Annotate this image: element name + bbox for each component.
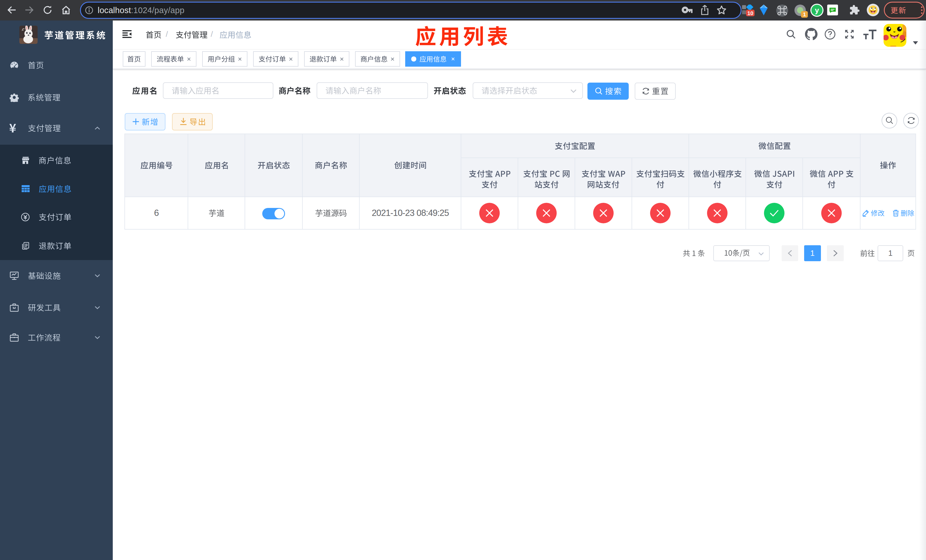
- svg-text:1: 1: [803, 11, 806, 17]
- svg-text:10: 10: [747, 10, 753, 16]
- svg-text:y: y: [815, 6, 819, 15]
